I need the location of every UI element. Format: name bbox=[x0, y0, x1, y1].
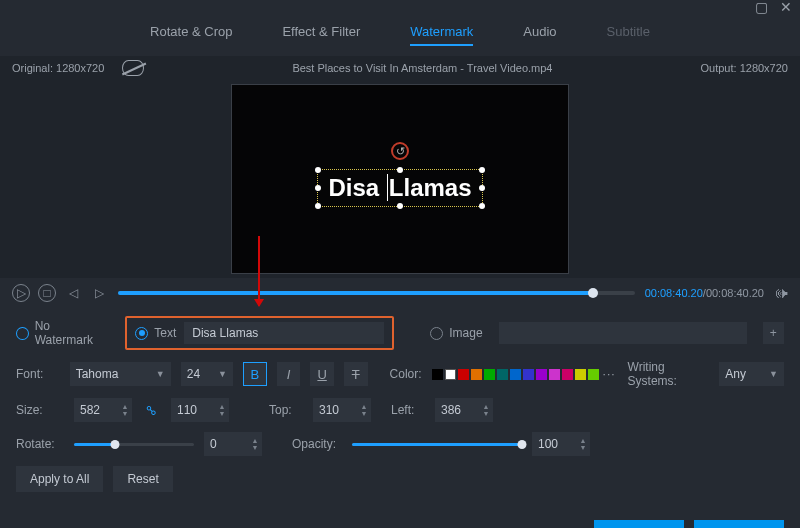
left-label: Left: bbox=[391, 403, 425, 417]
font-size-select[interactable]: 24▼ bbox=[181, 362, 233, 386]
opacity-label: Opacity: bbox=[292, 437, 342, 451]
writing-systems-label: Writing Systems: bbox=[628, 360, 710, 388]
time-display: 00:08:40.20/00:08:40.20 bbox=[645, 287, 764, 299]
tab-audio[interactable]: Audio bbox=[523, 20, 556, 46]
add-image-button[interactable]: + bbox=[763, 322, 784, 344]
color-palette[interactable]: ··· bbox=[432, 367, 618, 381]
tab-rotate-crop[interactable]: Rotate & Crop bbox=[150, 20, 232, 46]
font-family-select[interactable]: Tahoma▼ bbox=[70, 362, 171, 386]
rotate-slider[interactable] bbox=[74, 443, 194, 446]
video-preview: ↺ Disa Llamas bbox=[0, 80, 800, 278]
italic-button[interactable]: I bbox=[277, 362, 301, 386]
writing-systems-select[interactable]: Any▼ bbox=[719, 362, 784, 386]
strikethrough-button[interactable]: T bbox=[344, 362, 368, 386]
tab-subtitle[interactable]: Subtitle bbox=[607, 20, 650, 46]
annotation-arrow bbox=[258, 236, 260, 306]
tab-effect-filter[interactable]: Effect & Filter bbox=[282, 20, 360, 46]
apply-to-all-button[interactable]: Apply to All bbox=[16, 466, 103, 492]
next-frame-button[interactable]: ▷ bbox=[90, 284, 108, 302]
rotate-spinner[interactable]: ▲▼ bbox=[204, 432, 262, 456]
volume-icon[interactable]: 🕪 bbox=[774, 285, 788, 301]
watermark-bounding-box[interactable]: ↺ Disa Llamas bbox=[317, 169, 482, 207]
original-dimensions: Original: 1280x720 bbox=[12, 62, 104, 74]
reset-button[interactable]: Reset bbox=[113, 466, 172, 492]
stop-button[interactable]: □ bbox=[38, 284, 56, 302]
opacity-spinner[interactable]: ▲▼ bbox=[532, 432, 590, 456]
play-button[interactable]: ▷ bbox=[12, 284, 30, 302]
underline-button[interactable]: U bbox=[310, 362, 334, 386]
prev-frame-button[interactable]: ◁ bbox=[64, 284, 82, 302]
rotate-label: Rotate: bbox=[16, 437, 64, 451]
radio-text[interactable]: Text bbox=[135, 326, 176, 340]
preview-toggle-icon[interactable] bbox=[122, 60, 144, 76]
file-name: Best Places to Visit In Amsterdam - Trav… bbox=[292, 62, 552, 74]
font-label: Font: bbox=[16, 367, 60, 381]
color-label: Color: bbox=[390, 367, 422, 381]
seek-bar[interactable] bbox=[118, 291, 635, 295]
size-label: Size: bbox=[16, 403, 64, 417]
image-path-input[interactable] bbox=[499, 322, 747, 344]
tab-watermark[interactable]: Watermark bbox=[410, 20, 473, 46]
output-dimensions: Output: 1280x720 bbox=[701, 62, 788, 74]
close-icon[interactable]: ✕ bbox=[780, 0, 792, 14]
bold-button[interactable]: B bbox=[243, 362, 267, 386]
rotate-handle-icon[interactable]: ↺ bbox=[391, 142, 409, 160]
top-spinner[interactable]: ▲▼ bbox=[313, 398, 371, 422]
ok-button[interactable]: OK bbox=[594, 520, 684, 528]
radio-no-watermark[interactable]: No Watermark bbox=[16, 319, 109, 347]
opacity-slider[interactable] bbox=[352, 443, 522, 446]
radio-image[interactable]: Image bbox=[430, 326, 482, 340]
height-spinner[interactable]: ▲▼ bbox=[171, 398, 229, 422]
cancel-button[interactable]: Cancel bbox=[694, 520, 784, 528]
width-spinner[interactable]: ▲▼ bbox=[74, 398, 132, 422]
tab-bar: Rotate & Crop Effect & Filter Watermark … bbox=[0, 14, 800, 56]
link-aspect-icon[interactable]: ⚯ bbox=[139, 398, 163, 422]
video-frame[interactable]: ↺ Disa Llamas bbox=[231, 84, 569, 274]
watermark-text-input[interactable] bbox=[184, 322, 384, 344]
watermark-text-preview[interactable]: Disa Llamas bbox=[328, 174, 471, 201]
left-spinner[interactable]: ▲▼ bbox=[435, 398, 493, 422]
more-colors-icon: ··· bbox=[601, 367, 618, 381]
maximize-icon[interactable]: ▢ bbox=[755, 0, 768, 14]
top-label: Top: bbox=[269, 403, 303, 417]
